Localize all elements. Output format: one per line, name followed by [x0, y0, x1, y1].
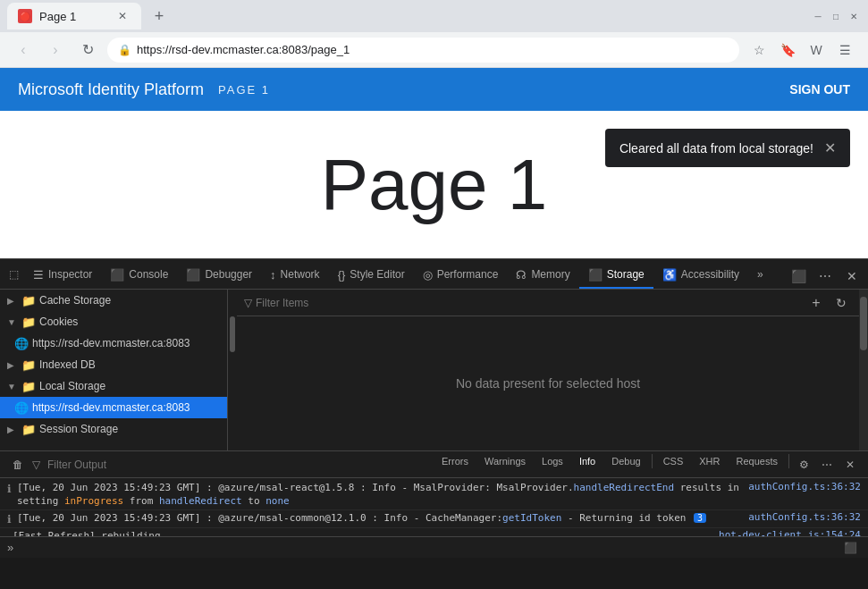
devtools-tool-accessibility[interactable]: ♿ Accessibility — [653, 262, 748, 289]
devtools-tool-storage[interactable]: ⬛ Storage — [579, 262, 653, 289]
pocket-button[interactable]: 🔖 — [775, 38, 800, 63]
tab-close-button[interactable]: ✕ — [114, 8, 131, 24]
cache-storage-label: Cache Storage — [39, 294, 111, 307]
back-button[interactable]: ‹ — [11, 38, 36, 63]
devtools-tool-pick[interactable]: ⬚ — [4, 262, 24, 289]
devtools-sidebar: ▶ 📁 Cache Storage ▼ 📁 Cookies 🌐 https://… — [0, 290, 228, 450]
toast-close-button[interactable]: ✕ — [824, 139, 836, 156]
devtools-more-tools[interactable]: » — [748, 262, 772, 289]
console-icon: ⬛ — [110, 268, 124, 282]
filter-input[interactable] — [256, 297, 802, 309]
console-line-2-link[interactable]: authConfig.ts:36:32 — [748, 511, 861, 523]
devtools-tool-debugger[interactable]: ⬛ Debugger — [177, 262, 261, 289]
local-storage-folder-icon: 📁 — [21, 380, 36, 393]
devtools-tool-inspector[interactable]: ☰ Inspector — [24, 262, 101, 289]
devtools-scrollbar-thumb — [860, 297, 867, 350]
empty-text: No data present for selected host — [456, 376, 640, 391]
console-filter-requests[interactable]: Requests — [729, 454, 785, 475]
console-line-1-icon: ℹ — [7, 483, 12, 495]
console-filter-warnings[interactable]: Warnings — [477, 454, 533, 475]
console-line-2-text: [Tue, 20 Jun 2023 15:49:23 GMT] : @azure… — [17, 511, 743, 525]
devtools-tool-network[interactable]: ↕ Network — [261, 262, 329, 289]
sidebar-item-session-storage[interactable]: ▶ 📁 Session Storage — [0, 418, 227, 440]
refresh-button[interactable]: ↻ — [75, 38, 100, 63]
console-filter-xhr[interactable]: XHR — [692, 454, 727, 475]
bookmark-button[interactable]: ☆ — [746, 38, 771, 63]
page-header: Microsoft Identity Platform PAGE 1 SIGN … — [0, 68, 868, 111]
devtools-content-scrollbar[interactable] — [859, 290, 868, 450]
expand-icon: ▶ — [7, 296, 18, 306]
console-filter-input[interactable] — [47, 459, 431, 471]
console-options-button[interactable]: ⋯ — [816, 454, 838, 475]
debugger-label: Debugger — [205, 268, 252, 281]
close-button[interactable]: ✕ — [847, 9, 861, 23]
filter-refresh-button[interactable]: ↻ — [830, 292, 852, 314]
security-icon: 🔒 — [118, 44, 131, 56]
console-filter-css[interactable]: CSS — [656, 454, 691, 475]
devtools-tool-performance[interactable]: ◎ Performance — [414, 262, 508, 289]
sidebar-item-indexed-db[interactable]: ▶ 📁 Indexed DB — [0, 354, 227, 375]
filter-add-button[interactable]: + — [805, 292, 827, 314]
console-filter-info[interactable]: Info — [572, 454, 603, 475]
console-line-3-link[interactable]: hot-dev-client.js:154:24 — [719, 529, 861, 536]
console-line-3-text: [Fast Refresh] rebuilding — [13, 529, 713, 536]
page-heading: Page 1 — [321, 144, 548, 226]
filter-bar: ▽ + ↻ — [237, 290, 859, 316]
sidebar-item-cookies-url[interactable]: 🌐 https://rsd-dev.mcmaster.ca:8083 — [0, 332, 227, 354]
console-expand-button[interactable]: ⬛ — [839, 537, 861, 559]
storage-label: Storage — [607, 268, 645, 281]
console-filter-group: Errors Warnings Logs Info Debug CSS XHR … — [434, 454, 861, 475]
local-storage-label: Local Storage — [39, 380, 105, 392]
devtools-tools-right: ⬛ ⋯ ✕ — [786, 264, 864, 289]
devtools-toolbar: ⬚ ☰ Inspector ⬛ Console ⬛ Debugger ↕ Net… — [0, 259, 868, 290]
devtools-tools-left: ⬚ ☰ Inspector ⬛ Console ⬛ Debugger ↕ Net… — [4, 262, 772, 289]
console-separator-2 — [788, 454, 789, 468]
console-clear-button[interactable]: 🗑 — [7, 454, 29, 475]
inspector-icon: ☰ — [33, 268, 44, 282]
address-actions: ☆ 🔖 W ☰ — [746, 38, 857, 63]
console-line-2: ℹ [Tue, 20 Jun 2023 15:49:23 GMT] : @azu… — [0, 510, 868, 528]
sign-out-button[interactable]: SIGN OUT — [789, 82, 850, 97]
sync-button[interactable]: W — [804, 38, 829, 63]
browser-chrome: 🔴 Page 1 ✕ + ─ □ ✕ ‹ › ↻ 🔒 https://rsd-d… — [0, 0, 868, 68]
console-filter-errors[interactable]: Errors — [434, 454, 476, 475]
inspector-label: Inspector — [48, 268, 92, 281]
console-line-1-link[interactable]: authConfig.ts:36:32 — [748, 481, 861, 492]
console-filter-debug[interactable]: Debug — [604, 454, 647, 475]
minimize-button[interactable]: ─ — [811, 9, 825, 23]
console-input[interactable] — [17, 542, 839, 554]
devtools-tool-memory[interactable]: ☊ Memory — [507, 262, 578, 289]
console-toolbar: 🗑 ▽ Errors Warnings Logs Info Debug CSS … — [0, 451, 868, 478]
devtools-options-button[interactable]: ⋯ — [813, 264, 838, 289]
sidebar-item-local-storage[interactable]: ▼ 📁 Local Storage — [0, 375, 227, 397]
tab-favicon: 🔴 — [18, 9, 32, 23]
url-text: https://rsd-dev.mcmaster.ca:8083/page_1 — [137, 43, 729, 56]
console-filter-logs[interactable]: Logs — [535, 454, 570, 475]
console-close-button[interactable]: ✕ — [839, 454, 861, 475]
devtools-close-button[interactable]: ✕ — [839, 264, 864, 289]
forward-button[interactable]: › — [43, 38, 68, 63]
sidebar-scrollbar-thumb — [230, 316, 235, 352]
sidebar-scrollbar[interactable] — [228, 290, 237, 450]
session-storage-label: Session Storage — [39, 423, 118, 435]
console-settings-button[interactable]: ⚙ — [793, 454, 814, 475]
address-bar: ‹ › ↻ 🔒 https://rsd-dev.mcmaster.ca:8083… — [0, 32, 868, 68]
browser-tab[interactable]: 🔴 Page 1 ✕ — [7, 3, 141, 29]
menu-button[interactable]: ☰ — [832, 38, 857, 63]
devtools-tool-style-editor[interactable]: {} Style Editor — [329, 262, 414, 289]
devtools-tool-console[interactable]: ⬛ Console — [101, 262, 177, 289]
sidebar-item-cookies[interactable]: ▼ 📁 Cookies — [0, 311, 227, 332]
page-body: Page 1 Cleared all data from local stora… — [0, 111, 868, 258]
console-area: 🗑 ▽ Errors Warnings Logs Info Debug CSS … — [0, 450, 868, 558]
console-line-2-icon: ℹ — [7, 513, 12, 526]
sidebar-item-cache-storage[interactable]: ▶ 📁 Cache Storage — [0, 290, 227, 311]
devtools-main: ▶ 📁 Cache Storage ▼ 📁 Cookies 🌐 https://… — [0, 290, 868, 450]
cookies-url-icon: 🌐 — [14, 337, 29, 350]
sidebar-item-local-storage-url[interactable]: 🌐 https://rsd-dev.mcmaster.ca:8083 — [0, 397, 227, 418]
maximize-button[interactable]: □ — [829, 9, 843, 23]
pick-icon: ⬚ — [9, 268, 19, 281]
devtools-dock-button[interactable]: ⬛ — [786, 264, 811, 289]
address-input[interactable]: 🔒 https://rsd-dev.mcmaster.ca:8083/page_… — [107, 38, 739, 63]
new-tab-button[interactable]: + — [147, 4, 172, 29]
console-label: Console — [129, 268, 168, 281]
